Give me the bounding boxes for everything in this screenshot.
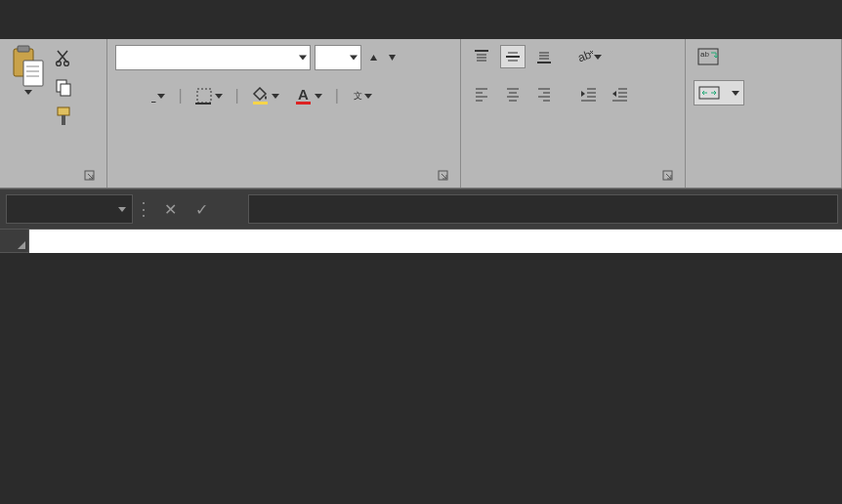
select-all-corner[interactable] [0,230,29,253]
fill-color-button[interactable] [249,84,282,107]
svg-rect-9 [61,84,70,96]
align-middle-button[interactable] [500,45,526,68]
group-clipboard [0,39,107,188]
enter-formula-button[interactable]: ✓ [186,194,217,224]
copy-button[interactable] [53,76,74,98]
format-painter-button[interactable] [53,105,74,127]
svg-rect-10 [58,107,69,115]
svg-rect-1 [18,46,29,52]
font-size-dropdown[interactable] [315,45,361,70]
decrease-indent-button[interactable] [576,82,602,105]
svg-rect-17 [296,102,311,105]
alignment-launcher[interactable] [661,169,675,183]
border-button[interactable] [192,85,226,106]
group-wrap: ab [686,39,842,188]
wrap-text-button[interactable]: ab [694,45,729,68]
orientation-button[interactable]: ab [576,45,602,68]
ribbon-tabs [0,0,842,39]
paste-button[interactable] [8,45,47,95]
grow-font-button[interactable] [365,53,380,63]
font-color-button[interactable]: A [292,84,325,107]
align-center-button[interactable] [500,82,526,105]
align-bottom-button[interactable] [531,45,557,68]
increase-indent-button[interactable] [608,82,633,105]
svg-rect-2 [23,61,43,86]
svg-text:ab: ab [576,48,593,65]
italic-button[interactable] [131,94,137,98]
svg-text:A: A [298,86,309,103]
phonetic-button[interactable]: 文 [349,88,375,105]
bold-button[interactable] [115,94,121,98]
fx-button[interactable] [217,194,248,224]
align-right-button[interactable] [531,82,557,105]
sheet-grid [0,230,842,253]
svg-rect-13 [197,89,211,103]
svg-rect-15 [253,102,268,105]
group-font: | | A | 文 [107,39,461,188]
align-left-button[interactable] [469,82,494,105]
underline-button[interactable] [147,85,168,106]
svg-text:ab: ab [700,50,709,59]
name-box[interactable] [6,194,133,224]
formula-input[interactable] [248,194,838,224]
formula-bar: ⋮ ✕ ✓ [0,189,842,230]
clipboard-launcher[interactable] [83,169,97,183]
ribbon: | | A | 文 ab [0,39,842,189]
shrink-font-button[interactable] [384,53,399,63]
cancel-formula-button[interactable]: ✕ [154,194,186,224]
font-launcher[interactable] [437,169,450,183]
group-alignment: ab [461,39,686,188]
cut-button[interactable] [53,47,74,68]
svg-rect-11 [62,115,65,125]
align-top-button[interactable] [469,45,494,68]
merge-center-button[interactable] [694,80,744,105]
font-name-dropdown[interactable] [115,45,311,70]
